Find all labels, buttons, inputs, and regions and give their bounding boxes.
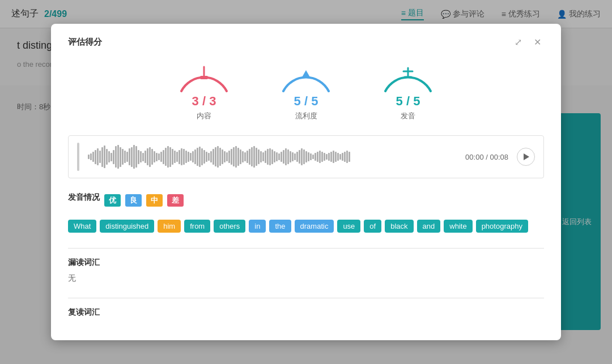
svg-marker-2 (301, 70, 311, 78)
score-fluency: 5 / 5 流利度 (278, 60, 334, 121)
pronunciation-gauge (380, 60, 436, 94)
word-tag: dramatic (295, 220, 334, 233)
fluency-gauge (278, 60, 334, 94)
word-tag: distinguished (100, 220, 154, 233)
modal-backdrop: 评估得分 ⤢ ✕ (0, 0, 612, 364)
badge-zhong: 中 (146, 194, 163, 207)
content-score-value: 3 / 3 (192, 94, 216, 109)
expand-icon: ⤢ (515, 37, 522, 48)
play-button[interactable] (517, 148, 535, 166)
close-icon: ✕ (534, 37, 541, 48)
word-tag: photography (476, 220, 528, 233)
score-pronunciation: 5 / 5 发音 (380, 60, 436, 121)
badge-cha: 差 (167, 194, 184, 207)
word-tag: the (269, 220, 291, 233)
missed-section: 漏读词汇 无 (68, 257, 544, 298)
badge-liang: 良 (125, 194, 142, 207)
pronunciation-title: 发音情况 (68, 192, 100, 203)
pronunciation-section: 发音情况 优 良 中 差 Whatdistinguishedhimfromoth… (68, 192, 544, 249)
fluency-score-value: 5 / 5 (294, 94, 318, 109)
play-icon (524, 153, 529, 160)
word-tag: black (385, 220, 413, 233)
repeat-section: 复读词汇 (68, 307, 544, 318)
score-content: 3 / 3 内容 (176, 60, 232, 121)
badge-you: 优 (104, 194, 121, 207)
words-row: Whatdistinguishedhimfromothersinthedrama… (68, 213, 544, 239)
modal-title: 评估得分 (68, 37, 102, 48)
player-time: 00:00 / 00:08 (465, 153, 508, 161)
missed-title: 漏读词汇 (68, 258, 100, 267)
modal: 评估得分 ⤢ ✕ (51, 24, 561, 340)
background-page: 述句子 2/499 ≡ 题目 💬 参与评论 ≡ 优秀练习 👤 我的练习 (0, 0, 612, 364)
word-tag: of (364, 220, 381, 233)
modal-header: 评估得分 ⤢ ✕ (68, 35, 544, 49)
pronunciation-score-label: 发音 (401, 111, 415, 121)
content-score-label: 内容 (197, 111, 211, 121)
waveform (88, 143, 457, 171)
content-gauge (176, 60, 232, 94)
fluency-score-label: 流利度 (295, 111, 317, 121)
close-button[interactable]: ✕ (530, 35, 544, 49)
expand-button[interactable]: ⤢ (511, 35, 525, 49)
pronunciation-header: 发音情况 优 良 中 差 (68, 192, 544, 208)
repeat-title: 复读词汇 (68, 307, 100, 316)
word-tag: use (337, 220, 360, 233)
word-tag: What (68, 220, 96, 233)
player-bar (77, 143, 79, 171)
word-tag: others (214, 220, 245, 233)
scores-row: 3 / 3 内容 5 / 5 流利度 (68, 60, 544, 121)
modal-header-actions: ⤢ ✕ (511, 35, 544, 49)
word-tag: white (444, 220, 472, 233)
word-tag: him (158, 220, 181, 233)
pronunciation-score-value: 5 / 5 (396, 94, 420, 109)
word-tag: in (249, 220, 266, 233)
missed-content: 无 (68, 268, 544, 289)
audio-player: 00:00 / 00:08 (68, 135, 544, 178)
word-tag: from (184, 220, 210, 233)
word-tag: and (417, 220, 441, 233)
